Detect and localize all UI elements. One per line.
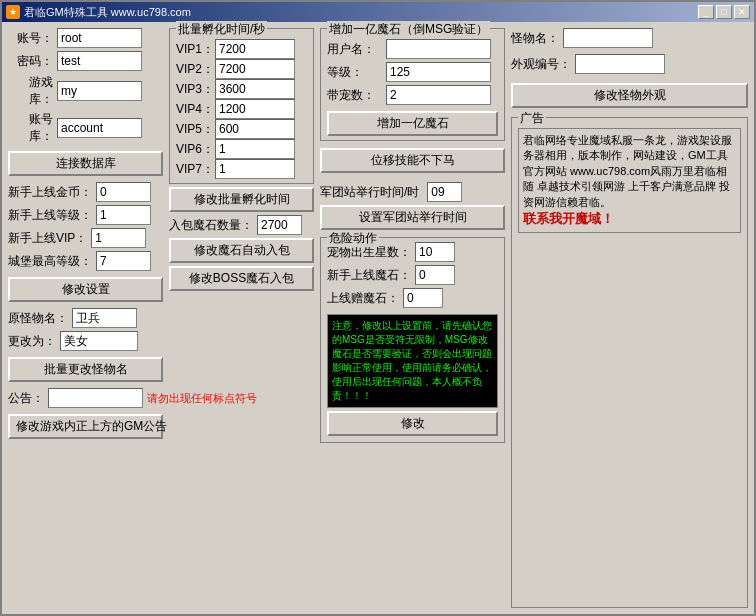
- appearance-label: 外观编号：: [511, 56, 571, 73]
- vip3-input[interactable]: [215, 79, 295, 99]
- window-title: 君临GM特殊工具 www.uc798.com: [24, 5, 191, 20]
- level-label: 等级：: [327, 64, 382, 81]
- army-time-input[interactable]: [427, 182, 462, 202]
- ad-title: 广告: [518, 110, 546, 127]
- username-input[interactable]: [386, 39, 491, 59]
- newbie-magic-label: 新手上线魔石：: [327, 267, 411, 284]
- ad-content: 君临网络专业魔域私服一条龙，游戏架设服务器相用，版本制作，网站建设，GM工具 官…: [518, 128, 741, 233]
- username-label: 用户名：: [327, 41, 382, 58]
- newbie-level-input[interactable]: [96, 205, 151, 225]
- announcement-label: 公告：: [8, 390, 44, 407]
- password-row: 密码：: [8, 51, 163, 71]
- batch-change-monster-button[interactable]: 批量更改怪物名: [8, 357, 163, 382]
- vip6-input[interactable]: [215, 139, 295, 159]
- vip4-row: VIP4：: [176, 99, 307, 119]
- modify-announcement-button[interactable]: 修改游戏内正上方的GM公告: [8, 414, 163, 439]
- ad-link[interactable]: 联系我开魔域！: [523, 211, 614, 226]
- login-gift-input[interactable]: [403, 288, 443, 308]
- connect-db-button[interactable]: 连接数据库: [8, 151, 163, 176]
- announcement-input[interactable]: [48, 388, 143, 408]
- vip5-row: VIP5：: [176, 119, 307, 139]
- change-to-label: 更改为：: [8, 333, 56, 350]
- newbie-gold-label: 新手上线金币：: [8, 184, 92, 201]
- password-input[interactable]: [57, 51, 142, 71]
- vip4-label: VIP4：: [176, 101, 211, 118]
- castle-max-label: 城堡最高等级：: [8, 253, 92, 270]
- vip2-input[interactable]: [215, 59, 295, 79]
- accountdb-row: 账号库：: [8, 111, 163, 145]
- original-monster-label: 原怪物名：: [8, 310, 68, 327]
- move-skill-button[interactable]: 位移技能不下马: [320, 148, 505, 173]
- content-area: 账号： 密码： 游戏库： 账号库： 连接数据库 新手上线金币：: [2, 22, 754, 614]
- login-gift-label: 上线赠魔石：: [327, 290, 399, 307]
- danger-title: 危险动作: [327, 230, 379, 247]
- modify-appearance-button[interactable]: 修改怪物外观: [511, 83, 748, 108]
- accountdb-input[interactable]: [57, 118, 142, 138]
- account-input[interactable]: [57, 28, 142, 48]
- password-label: 密码：: [8, 53, 53, 70]
- vip5-label: VIP5：: [176, 121, 211, 138]
- right-panel: 怪物名： 外观编号： 修改怪物外观 广告 君临网络专业魔域私服一条龙，游戏架设服…: [511, 28, 748, 608]
- castle-max-row: 城堡最高等级：: [8, 251, 163, 271]
- castle-max-input[interactable]: [96, 251, 151, 271]
- ad-group: 广告 君临网络专业魔域私服一条龙，游戏架设服务器相用，版本制作，网站建设，GM工…: [511, 117, 748, 608]
- set-army-button[interactable]: 设置军团站举行时间: [320, 205, 505, 230]
- vip3-label: VIP3：: [176, 81, 211, 98]
- ad-text: 君临网络专业魔域私服一条龙，游戏架设服务器相用，版本制作，网站建设，GM工具 官…: [523, 134, 732, 208]
- maximize-button[interactable]: □: [716, 5, 732, 19]
- minimize-button[interactable]: _: [698, 5, 714, 19]
- monster-name-label: 怪物名：: [511, 30, 559, 47]
- newbie-level-row: 新手上线等级：: [8, 205, 163, 225]
- announcement-row: 公告： 请勿出现任何标点符号: [8, 388, 163, 408]
- vip7-input[interactable]: [215, 159, 295, 179]
- newbie-gold-row: 新手上线金币：: [8, 182, 163, 202]
- vip2-label: VIP2：: [176, 61, 211, 78]
- pet-count-input[interactable]: [386, 85, 491, 105]
- mid-panel: 批量孵化时间/秒 VIP1： VIP2： VIP3： VIP4：: [169, 28, 314, 608]
- vip7-row: VIP7：: [176, 159, 307, 179]
- modify-magic-auto-button[interactable]: 修改魔石自动入包: [169, 238, 314, 263]
- danger-modify-button[interactable]: 修改: [327, 411, 498, 436]
- newbie-vip-input[interactable]: [91, 228, 146, 248]
- newbie-vip-row: 新手上线VIP：: [8, 228, 163, 248]
- newbie-gold-input[interactable]: [96, 182, 151, 202]
- level-input[interactable]: [386, 62, 491, 82]
- warning-box: 注意，修改以上设置前，请先确认您的MSG是否受符无限制，MSG修改魔石是否需要验…: [327, 314, 498, 408]
- add-magic-title: 增加一亿魔石（倒MSG验证）: [327, 21, 490, 38]
- batch-hatch-group: 批量孵化时间/秒 VIP1： VIP2： VIP3： VIP4：: [169, 28, 314, 184]
- original-monster-input[interactable]: [72, 308, 137, 328]
- gamedb-input[interactable]: [57, 81, 142, 101]
- monster-name-row: 怪物名：: [511, 28, 748, 48]
- modify-batch-hatch-button[interactable]: 修改批量孵化时间: [169, 187, 314, 212]
- add-magic-group: 增加一亿魔石（倒MSG验证） 用户名： 等级： 带宠数： 增加一亿魔石: [320, 28, 505, 141]
- change-to-input[interactable]: [60, 331, 138, 351]
- vip1-input[interactable]: [215, 39, 295, 59]
- modify-boss-magic-button[interactable]: 修改BOSS魔石入包: [169, 266, 314, 291]
- account-row: 账号：: [8, 28, 163, 48]
- level-row: 等级：: [327, 62, 498, 82]
- vip5-input[interactable]: [215, 119, 295, 139]
- title-bar: ★ 君临GM特殊工具 www.uc798.com _ □ ✕: [2, 2, 754, 22]
- app-icon: ★: [6, 5, 20, 19]
- magic-stone-input[interactable]: [257, 215, 302, 235]
- appearance-row: 外观编号：: [511, 54, 748, 74]
- magic-stone-label: 入包魔石数量：: [169, 217, 253, 234]
- account-label: 账号：: [8, 30, 53, 47]
- vip1-label: VIP1：: [176, 41, 211, 58]
- pet-count-row: 带宠数：: [327, 85, 498, 105]
- login-gift-row: 上线赠魔石：: [327, 288, 498, 308]
- newbie-magic-row: 新手上线魔石：: [327, 265, 498, 285]
- main-window: ★ 君临GM特殊工具 www.uc798.com _ □ ✕ 账号： 密码： 游…: [0, 0, 756, 616]
- modify-settings-button[interactable]: 修改设置: [8, 277, 163, 302]
- vip6-label: VIP6：: [176, 141, 211, 158]
- pet-star-input[interactable]: [415, 242, 455, 262]
- vip7-label: VIP7：: [176, 161, 211, 178]
- monster-name-input[interactable]: [563, 28, 653, 48]
- add-magic-button[interactable]: 增加一亿魔石: [327, 111, 498, 136]
- appearance-input[interactable]: [575, 54, 665, 74]
- close-button[interactable]: ✕: [734, 5, 750, 19]
- newbie-magic-input[interactable]: [415, 265, 455, 285]
- gamedb-label: 游戏库：: [8, 74, 53, 108]
- vip4-input[interactable]: [215, 99, 295, 119]
- pet-count-label: 带宠数：: [327, 87, 382, 104]
